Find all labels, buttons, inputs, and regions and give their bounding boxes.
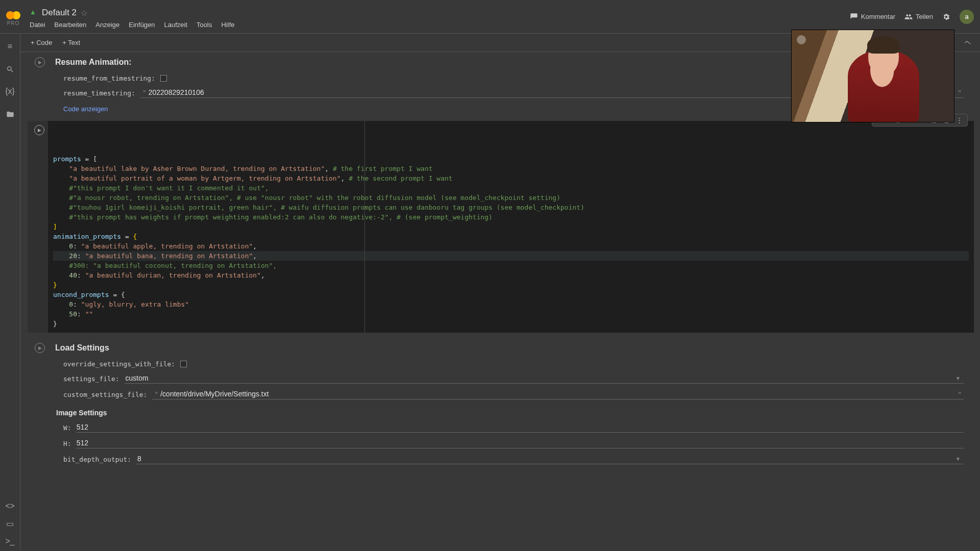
left-rail: ≡ {x} <> ▭ >_ [0, 34, 20, 551]
run-load-button[interactable]: ▶ [35, 343, 45, 353]
height-row: H: [28, 436, 974, 452]
app-header: PRO Default 2 ☆ Datei Bearbeiten Anzeige… [0, 0, 980, 34]
people-icon [904, 13, 913, 21]
quote-close: " [958, 89, 962, 96]
settings-file-select[interactable]: custom ▼ [125, 374, 964, 384]
code-snippets-icon[interactable]: <> [5, 502, 15, 511]
cell-more-button[interactable]: ⋮ [953, 115, 965, 125]
custom-file-label: custom_settings_file: [63, 391, 147, 398]
menu-insert[interactable]: Einfügen [129, 21, 155, 29]
gear-icon [942, 13, 950, 21]
search-icon[interactable] [6, 64, 14, 73]
editor-ruler [364, 121, 365, 333]
command-palette-icon[interactable]: ▭ [6, 519, 14, 529]
menu-help[interactable]: Hilfe [221, 21, 234, 29]
terminal-icon[interactable]: >_ [5, 537, 14, 546]
toc-icon[interactable]: ≡ [8, 42, 12, 51]
menu-tools[interactable]: Tools [197, 21, 212, 29]
prompts-code-cell: ↑ ↓ ⎘ ▭ ⚙ ⿻ 🗑 ⋮ ▶ prompts = [ "a beautif… [28, 121, 974, 333]
quote-close: " [958, 390, 962, 398]
star-icon[interactable]: ☆ [81, 8, 88, 18]
menu-file[interactable]: Datei [30, 21, 45, 29]
variables-icon[interactable]: {x} [5, 87, 15, 96]
caret-down-icon: ▼ [955, 456, 964, 462]
resume-title: Resume Animation: [55, 58, 132, 67]
colab-logo[interactable]: PRO [6, 11, 20, 26]
comment-button[interactable]: Kommentar [850, 13, 895, 21]
document-title[interactable]: Default 2 [42, 8, 77, 18]
custom-file-input[interactable] [160, 390, 955, 398]
settings-file-label: settings_file: [63, 375, 119, 383]
cell-gutter: ▶ [28, 121, 48, 333]
drive-icon [30, 9, 38, 16]
override-row: override_settings_with_file: [28, 357, 974, 371]
h-input[interactable] [77, 439, 964, 447]
comment-icon [850, 13, 858, 21]
custom-file-row: custom_settings_file: " " [28, 387, 974, 403]
menu-view[interactable]: Anzeige [95, 21, 119, 29]
h-label: H: [63, 440, 71, 447]
webcam-hair [867, 36, 900, 54]
menu-bar: Datei Bearbeiten Anzeige Einfügen Laufze… [30, 18, 850, 29]
resume-ts-label: resume_timestring: [63, 89, 135, 97]
avatar[interactable]: a [960, 10, 974, 24]
quote-open: " [142, 89, 146, 96]
add-code-button[interactable]: + Code [26, 37, 57, 48]
notebook-main: ▶ Resume Animation: resume_from_timestri… [20, 52, 980, 551]
settings-file-row: settings_file: custom ▼ [28, 371, 974, 387]
pro-badge: PRO [7, 20, 20, 26]
image-settings-title: Image Settings [28, 403, 974, 420]
share-button[interactable]: Teilen [904, 13, 933, 21]
files-icon[interactable] [6, 109, 14, 118]
add-text-button[interactable]: + Text [57, 37, 85, 48]
override-label: override_settings_with_file: [63, 360, 175, 368]
menu-runtime[interactable]: Laufzeit [164, 21, 188, 29]
settings-button[interactable] [942, 12, 950, 21]
w-label: W: [63, 424, 71, 432]
width-row: W: [28, 420, 974, 436]
bitdepth-row: bit_depth_output: 8 ▼ [28, 452, 974, 467]
run-resume-button[interactable]: ▶ [35, 57, 45, 67]
quote-open: " [154, 390, 158, 398]
bitdepth-select[interactable]: 8 ▼ [136, 455, 964, 464]
bd-label: bit_depth_output: [63, 456, 131, 463]
webcam-overlay[interactable] [791, 30, 954, 122]
collapse-header-button[interactable]: ヘ [961, 36, 975, 49]
resume-from-ts-checkbox[interactable] [160, 75, 167, 82]
w-input[interactable] [77, 423, 964, 431]
override-checkbox[interactable] [180, 361, 187, 367]
code-editor[interactable]: prompts = [ "a beautiful lake by Asher B… [48, 121, 974, 333]
load-title: Load Settings [55, 343, 109, 353]
load-section-header: ▶ Load Settings [28, 338, 974, 357]
run-cell-button[interactable]: ▶ [34, 125, 44, 135]
menu-edit[interactable]: Bearbeiten [54, 21, 86, 29]
caret-down-icon: ▼ [955, 375, 964, 381]
webcam-watermark-icon [797, 35, 806, 44]
resume-from-ts-label: resume_from_timestring: [63, 74, 155, 82]
